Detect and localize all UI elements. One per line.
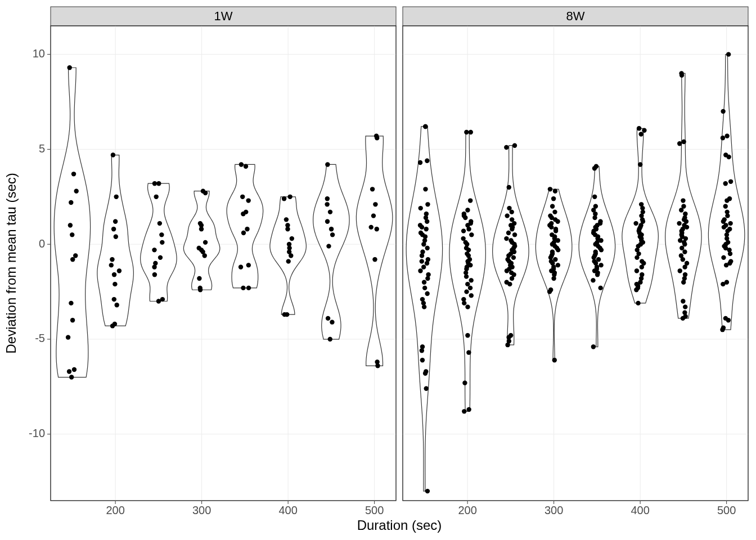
data-point bbox=[468, 198, 472, 202]
data-point bbox=[70, 257, 75, 262]
data-point bbox=[374, 134, 379, 138]
data-point bbox=[375, 227, 379, 231]
data-point bbox=[685, 225, 689, 230]
data-point bbox=[549, 225, 554, 230]
data-point bbox=[239, 162, 244, 166]
x-tick-label: 500 bbox=[717, 504, 736, 516]
data-point bbox=[723, 152, 728, 157]
data-point bbox=[682, 250, 687, 254]
data-point bbox=[678, 268, 682, 273]
data-point bbox=[197, 276, 201, 281]
data-point bbox=[728, 221, 732, 226]
data-point bbox=[511, 255, 516, 260]
data-point bbox=[421, 265, 426, 269]
data-point bbox=[112, 297, 116, 302]
data-point bbox=[724, 198, 729, 202]
data-point bbox=[505, 213, 509, 218]
data-point bbox=[425, 159, 429, 163]
data-point bbox=[423, 187, 428, 191]
data-point bbox=[330, 320, 334, 324]
data-point bbox=[425, 276, 430, 281]
data-point bbox=[152, 265, 156, 269]
data-point bbox=[156, 181, 161, 186]
data-point bbox=[465, 304, 470, 309]
data-point bbox=[202, 253, 207, 258]
data-point bbox=[728, 251, 732, 256]
data-point bbox=[425, 246, 429, 250]
data-point bbox=[199, 227, 204, 231]
data-point bbox=[422, 286, 427, 290]
x-axis-title: Duration (sec) bbox=[357, 518, 442, 533]
data-point bbox=[71, 172, 76, 176]
data-point bbox=[282, 312, 287, 317]
data-point bbox=[722, 225, 726, 230]
data-point bbox=[504, 236, 508, 241]
y-tick-label: 10 bbox=[33, 47, 45, 60]
data-point bbox=[720, 327, 724, 332]
data-point bbox=[246, 263, 251, 267]
data-point bbox=[370, 187, 375, 191]
data-point bbox=[681, 316, 685, 321]
data-point bbox=[633, 221, 638, 226]
data-point bbox=[556, 263, 560, 267]
data-point bbox=[677, 221, 681, 226]
data-point bbox=[198, 287, 202, 292]
data-point bbox=[592, 195, 597, 199]
data-point bbox=[241, 231, 246, 235]
data-point bbox=[422, 304, 426, 309]
data-point bbox=[284, 217, 289, 222]
data-point bbox=[721, 282, 725, 286]
data-point bbox=[551, 196, 556, 201]
data-point bbox=[158, 255, 163, 260]
faceted-violin-chart: 1W2003004005008W200300400500-10-50510Dev… bbox=[0, 0, 756, 540]
data-point bbox=[552, 210, 557, 214]
data-point bbox=[287, 195, 292, 199]
data-point bbox=[463, 215, 467, 220]
data-point bbox=[420, 259, 424, 263]
data-point bbox=[552, 358, 557, 362]
data-point bbox=[679, 208, 683, 212]
data-point bbox=[595, 272, 600, 277]
data-point bbox=[682, 242, 687, 246]
data-point bbox=[554, 228, 558, 233]
data-point bbox=[420, 348, 424, 353]
data-point bbox=[462, 301, 466, 305]
data-point bbox=[369, 225, 374, 230]
data-point bbox=[246, 286, 251, 290]
data-point bbox=[547, 289, 552, 294]
data-point bbox=[285, 227, 290, 231]
data-point bbox=[721, 255, 726, 260]
data-point bbox=[638, 132, 643, 136]
data-point bbox=[420, 358, 425, 362]
data-point bbox=[465, 333, 470, 338]
data-point bbox=[115, 303, 119, 307]
x-tick-label: 400 bbox=[278, 504, 297, 516]
data-point bbox=[424, 386, 429, 391]
data-point bbox=[201, 189, 205, 194]
data-point bbox=[330, 232, 335, 237]
data-point bbox=[282, 196, 286, 201]
x-tick-label: 400 bbox=[631, 504, 649, 516]
data-point bbox=[553, 189, 557, 194]
data-point bbox=[156, 299, 161, 303]
data-point bbox=[681, 280, 686, 285]
data-point bbox=[507, 282, 512, 286]
data-point bbox=[469, 232, 474, 237]
data-point bbox=[425, 202, 430, 206]
data-point bbox=[464, 274, 469, 278]
data-point bbox=[465, 208, 470, 212]
data-point bbox=[418, 268, 422, 273]
data-point bbox=[69, 301, 73, 305]
x-tick-label: 200 bbox=[458, 504, 476, 516]
data-point bbox=[506, 231, 511, 235]
data-point bbox=[326, 244, 331, 248]
data-point bbox=[326, 316, 330, 321]
data-point bbox=[638, 162, 642, 166]
y-tick-label: 5 bbox=[39, 142, 45, 155]
data-point bbox=[328, 210, 332, 214]
data-point bbox=[422, 280, 426, 285]
data-point bbox=[469, 293, 474, 298]
data-point bbox=[466, 407, 471, 412]
data-point bbox=[420, 253, 424, 258]
data-point bbox=[238, 265, 243, 269]
